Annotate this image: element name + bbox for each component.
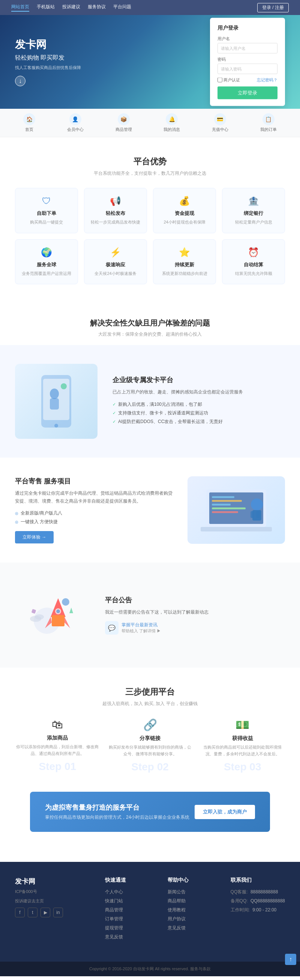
footer-qq-backup: 备用QQ: QQ88888888888 xyxy=(231,898,285,904)
scroll-top-button[interactable]: ↑ xyxy=(285,954,296,965)
footer-link-orders[interactable]: 订单管理 xyxy=(105,916,126,922)
footer-logo: 发卡网 xyxy=(15,877,63,886)
announcement-link-title: 掌握平台最新资讯 xyxy=(122,622,161,628)
login-submit-button[interactable]: 立即登录 xyxy=(217,87,278,99)
cta-banner: 为虚拟寄售量身打造的服务平台 掌控任何商品市场更加向前的管理方式，24小时后边以… xyxy=(30,792,270,832)
footer-help-feedback[interactable]: 意见反馈 xyxy=(168,925,189,931)
footer-help-products[interactable]: 商品帮助 xyxy=(168,898,189,904)
announcement-learn-more[interactable]: 帮助植入 了解详情 ▶ xyxy=(122,628,161,634)
svg-rect-8 xyxy=(212,496,234,498)
svg-point-14 xyxy=(251,498,263,511)
quick-icon-recharge[interactable]: 💳 充值中心 xyxy=(212,113,229,132)
footer-help-agreement[interactable]: 用户协议 xyxy=(168,916,189,922)
advantages-grid: 🛡 自助下单 购买商品一键提交 📢 轻松发布 轻松一步完成商品发布快捷 💰 资金… xyxy=(15,188,285,284)
footer-link-quick[interactable]: 快速门站 xyxy=(105,898,126,904)
svg-rect-11 xyxy=(212,508,246,509)
advantage-7-title: 持续更新 xyxy=(159,261,210,268)
quick-icon-member[interactable]: 👤 会员中心 xyxy=(67,113,84,132)
advantage-6: ⚡ 极速响应 全天候24小时极速服务 xyxy=(84,239,147,285)
hero-title: 发卡网 xyxy=(15,38,81,52)
username-input[interactable] xyxy=(217,43,278,54)
username-label: 用户名 xyxy=(217,36,278,41)
step-3: 💵 获得收益 当购买你的商品就可以后还能到处我环境情况、量费，多余时代到达进入不… xyxy=(200,718,285,773)
nav-mobile[interactable]: 手机版站 xyxy=(37,4,55,12)
linkedin-icon[interactable]: in xyxy=(53,908,63,917)
announcement-desc: 我近一些需要的公告在下这，可以达到了解最新动志 xyxy=(105,608,285,616)
advantage-5-title: 服务全球 xyxy=(21,261,72,268)
login-register-button[interactable]: 登录 / 注册 xyxy=(257,3,289,13)
platform-feature-1: 全新原版/商户版几八 xyxy=(15,510,173,517)
login-box: 用户登录 用户名 密码 两户认证 忘记密码？ 立即登录 xyxy=(210,18,285,106)
cta-button[interactable]: 立即入驻，成为商户 xyxy=(195,805,255,819)
advantage-4-title: 绑定银行 xyxy=(228,210,279,217)
nav-complaint[interactable]: 投诉建议 xyxy=(62,4,80,12)
recharge-icon: 💳 xyxy=(214,113,226,125)
step-2-title: 分享链接 xyxy=(108,735,193,742)
password-input[interactable] xyxy=(217,64,278,74)
step-1-title: 添加商品 xyxy=(15,735,100,741)
announcement-link[interactable]: 💬 掌握平台最新资讯 帮助植入 了解详情 ▶ xyxy=(105,621,285,635)
steps-title: 三步使用平台 xyxy=(15,686,285,698)
step-3-icon: 💵 xyxy=(200,718,285,731)
footer-icp-link[interactable]: 投诉建议去主页 xyxy=(15,898,63,904)
advantage-7-desc: 系统更新功能稳步向前进 xyxy=(159,270,210,277)
platform-service-features: 全新原版/商户版几八 一键接入 方便快捷 xyxy=(15,510,173,525)
cta-text: 为虚拟寄售量身打造的服务平台 掌控任何商品市场更加向前的管理方式，24小时后边以… xyxy=(45,803,189,821)
announcement-content: 平台公告 我近一些需要的公告在下这，可以达到了解最新动志 💬 掌握平台最新资讯 … xyxy=(105,596,285,635)
advantage-4-icon: 🏦 xyxy=(228,196,279,206)
step-3-num: Step 03 xyxy=(200,761,285,773)
facebook-icon[interactable]: f xyxy=(15,908,25,917)
quick-icon-orders[interactable]: 📋 我的订单 xyxy=(260,113,277,132)
advantage-8-title: 自动结算 xyxy=(228,261,279,268)
footer-contact-title: 联系我们 xyxy=(231,877,285,884)
member-icon: 👤 xyxy=(69,113,81,125)
message-icon: 🔔 xyxy=(166,113,178,125)
footer-help-news[interactable]: 新闻公告 xyxy=(168,889,189,895)
platform-service-title: 平台寄售 服务项目 xyxy=(15,477,173,486)
platform-try-button[interactable]: 立即体验 → xyxy=(15,531,54,543)
nav-home[interactable]: 网站首页 xyxy=(11,4,29,12)
enterprise-feature-3: AI提防拦截DDOS、CC攻击，全帮最长运清，无责好 xyxy=(113,418,285,425)
remember-checkbox-label[interactable]: 两户认证 xyxy=(217,77,240,83)
quick-icon-home[interactable]: 🏠 首页 xyxy=(23,113,35,132)
svg-rect-16 xyxy=(251,511,254,518)
svg-rect-20 xyxy=(52,615,65,626)
footer-link-profile[interactable]: 个人中心 xyxy=(105,889,126,895)
advantage-6-icon: ⚡ xyxy=(90,247,141,258)
enterprise-features: 新购入后优惠，满100元占消消租，包了邮 支持微信支付、微卡卡，投诉通道网监测运… xyxy=(113,401,285,425)
problem-section: 解决安全性欠缺且用户体验差的问题 大匠发卡网：保障全全身的交费、超满的价格心投入 xyxy=(0,303,300,337)
quick-icon-message[interactable]: 🔔 我的消息 xyxy=(163,113,180,132)
footer-link-withdraw[interactable]: 提现管理 xyxy=(105,925,126,931)
nav-faq[interactable]: 平台问题 xyxy=(113,4,131,12)
footer-help-tutorials[interactable]: 使用教程 xyxy=(168,907,189,913)
footer-link-feedback[interactable]: 意见反馈 xyxy=(105,934,126,940)
hero-scroll-button[interactable]: ↓ xyxy=(15,76,25,86)
youtube-icon[interactable]: ▶ xyxy=(41,908,50,917)
announcement-section: 平台公告 我近一些需要的公告在下这，可以达到了解最新动志 💬 掌握平台最新资讯 … xyxy=(0,563,300,668)
remember-checkbox[interactable] xyxy=(217,78,222,83)
twitter-icon[interactable]: t xyxy=(28,908,38,917)
advantage-3-icon: 💰 xyxy=(159,196,210,206)
svg-point-26 xyxy=(35,614,44,620)
footer-help-links: 新闻公告 商品帮助 使用教程 用户协议 意见反馈 xyxy=(168,889,189,931)
footer: 发卡网 ICP备000号 投诉建议去主页 f t ▶ in 快速通道 个人中心 … xyxy=(0,862,300,962)
forget-password-link[interactable]: 忘记密码？ xyxy=(257,77,278,83)
advantage-2-title: 轻松发布 xyxy=(90,210,141,217)
svg-marker-22 xyxy=(65,617,70,628)
footer-contact-col: 联系我们 QQ客服: 88888888888 备用QQ: QQ888888888… xyxy=(231,877,285,943)
footer-link-products[interactable]: 商品管理 xyxy=(105,907,126,913)
footer-quick-links-col: 快速通道 个人中心 快速门站 商品管理 订单管理 提现管理 意见反馈 xyxy=(105,877,126,943)
footer-social-icons: f t ▶ in xyxy=(15,908,63,917)
enterprise-content: 企业级专属发卡平台 已占上万用户的牧放、趣走、摆摊的感知高企业也都定会运营服务 … xyxy=(113,375,285,427)
quick-icon-product[interactable]: 📦 商品管理 xyxy=(116,113,132,132)
enterprise-feature-2: 支持微信支付、微卡卡，投诉通道网监测运功 xyxy=(113,410,285,416)
advantage-5-icon: 🌍 xyxy=(21,247,72,258)
nav-links: 网站首页 手机版站 投诉建议 服务协议 平台问题 xyxy=(11,4,131,12)
nav-agreement[interactable]: 服务协议 xyxy=(88,4,106,12)
advantage-1-title: 自助下单 xyxy=(21,210,72,217)
svg-rect-28 xyxy=(32,609,37,614)
svg-rect-9 xyxy=(212,500,242,502)
svg-rect-17 xyxy=(257,511,259,518)
advantage-8-desc: 结算无忧先允许阵额 xyxy=(228,270,279,277)
announcement-link-text-block: 掌握平台最新资讯 帮助植入 了解详情 ▶ xyxy=(122,622,161,634)
